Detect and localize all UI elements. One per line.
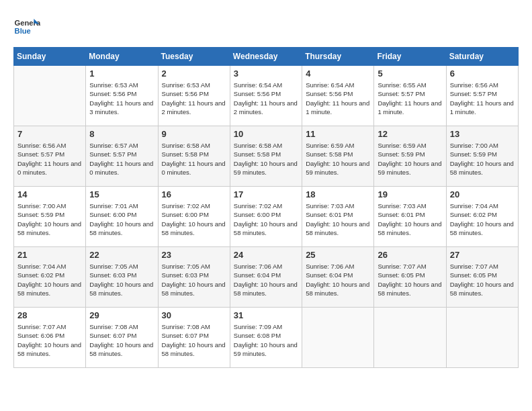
cell-info: Sunrise: 7:06 AMSunset: 6:04 PMDaylight:… [306, 262, 370, 298]
day-number: 22 [89, 250, 154, 260]
day-number: 23 [162, 250, 226, 260]
calendar-week-row: 14Sunrise: 7:00 AMSunset: 5:59 PMDayligh… [14, 187, 519, 247]
calendar-cell: 15Sunrise: 7:01 AMSunset: 6:00 PMDayligh… [86, 187, 158, 247]
calendar-week-row: 21Sunrise: 7:04 AMSunset: 6:02 PMDayligh… [14, 247, 519, 308]
cell-info: Sunrise: 7:06 AMSunset: 6:04 PMDaylight:… [234, 262, 298, 298]
calendar-cell: 30Sunrise: 7:08 AMSunset: 6:07 PMDayligh… [158, 308, 230, 368]
cell-info: Sunrise: 7:04 AMSunset: 6:02 PMDaylight:… [17, 262, 82, 298]
cell-info: Sunrise: 7:02 AMSunset: 6:00 PMDaylight:… [162, 201, 226, 237]
calendar-cell: 31Sunrise: 7:09 AMSunset: 6:08 PMDayligh… [230, 308, 302, 368]
calendar-cell: 20Sunrise: 7:04 AMSunset: 6:02 PMDayligh… [446, 187, 518, 247]
svg-text:Blue: Blue [15, 27, 31, 35]
day-header-monday: Monday [86, 48, 158, 66]
calendar-cell [374, 308, 446, 368]
calendar-cell: 26Sunrise: 7:07 AMSunset: 6:05 PMDayligh… [374, 247, 446, 308]
calendar-cell: 24Sunrise: 7:06 AMSunset: 6:04 PMDayligh… [230, 247, 302, 308]
day-number: 9 [162, 129, 226, 139]
calendar-cell [14, 66, 86, 126]
calendar-cell: 27Sunrise: 7:07 AMSunset: 6:05 PMDayligh… [446, 247, 518, 308]
calendar-cell [302, 308, 374, 368]
cell-info: Sunrise: 6:59 AMSunset: 5:59 PMDaylight:… [378, 141, 442, 177]
day-number: 20 [450, 189, 515, 199]
calendar-cell: 7Sunrise: 6:56 AMSunset: 5:57 PMDaylight… [14, 126, 86, 187]
day-number: 6 [450, 68, 515, 79]
cell-info: Sunrise: 7:02 AMSunset: 6:00 PMDaylight:… [234, 201, 298, 237]
cell-info: Sunrise: 7:01 AMSunset: 6:00 PMDaylight:… [89, 201, 154, 237]
day-header-friday: Friday [374, 48, 446, 66]
day-number: 10 [234, 129, 298, 139]
calendar-cell: 1Sunrise: 6:53 AMSunset: 5:56 PMDaylight… [86, 66, 158, 126]
calendar-week-row: 1Sunrise: 6:53 AMSunset: 5:56 PMDaylight… [14, 66, 519, 126]
calendar-cell: 29Sunrise: 7:08 AMSunset: 6:07 PMDayligh… [86, 308, 158, 368]
cell-info: Sunrise: 7:08 AMSunset: 6:07 PMDaylight:… [89, 322, 154, 358]
day-number: 13 [450, 129, 515, 139]
calendar-cell [446, 308, 518, 368]
day-header-sunday: Sunday [14, 48, 86, 66]
day-number: 4 [306, 68, 370, 79]
calendar-cell: 4Sunrise: 6:54 AMSunset: 5:56 PMDaylight… [302, 66, 374, 126]
day-number: 27 [450, 250, 515, 260]
cell-info: Sunrise: 6:55 AMSunset: 5:57 PMDaylight:… [378, 81, 442, 116]
cell-info: Sunrise: 7:08 AMSunset: 6:07 PMDaylight:… [162, 322, 226, 358]
day-header-tuesday: Tuesday [158, 48, 230, 66]
calendar-cell: 28Sunrise: 7:07 AMSunset: 6:06 PMDayligh… [14, 308, 86, 368]
calendar-cell: 8Sunrise: 6:57 AMSunset: 5:57 PMDaylight… [86, 126, 158, 187]
day-number: 5 [378, 68, 442, 79]
cell-info: Sunrise: 7:03 AMSunset: 6:01 PMDaylight:… [378, 201, 442, 237]
calendar-cell: 12Sunrise: 6:59 AMSunset: 5:59 PMDayligh… [374, 126, 446, 187]
cell-info: Sunrise: 6:54 AMSunset: 5:56 PMDaylight:… [234, 81, 298, 116]
calendar-cell: 2Sunrise: 6:53 AMSunset: 5:56 PMDaylight… [158, 66, 230, 126]
calendar-cell: 22Sunrise: 7:05 AMSunset: 6:03 PMDayligh… [86, 247, 158, 308]
cell-info: Sunrise: 6:58 AMSunset: 5:58 PMDaylight:… [234, 141, 298, 177]
day-number: 2 [162, 68, 226, 79]
day-number: 30 [162, 310, 226, 320]
cell-info: Sunrise: 7:04 AMSunset: 6:02 PMDaylight:… [450, 201, 515, 237]
day-number: 11 [306, 129, 370, 139]
day-number: 31 [234, 310, 298, 320]
day-number: 12 [378, 129, 442, 139]
day-number: 1 [89, 68, 154, 79]
cell-info: Sunrise: 6:56 AMSunset: 5:57 PMDaylight:… [17, 141, 82, 177]
cell-info: Sunrise: 6:53 AMSunset: 5:56 PMDaylight:… [89, 81, 154, 116]
calendar-cell: 11Sunrise: 6:59 AMSunset: 5:58 PMDayligh… [302, 126, 374, 187]
calendar-cell: 25Sunrise: 7:06 AMSunset: 6:04 PMDayligh… [302, 247, 374, 308]
calendar-cell: 17Sunrise: 7:02 AMSunset: 6:00 PMDayligh… [230, 187, 302, 247]
calendar-cell: 18Sunrise: 7:03 AMSunset: 6:01 PMDayligh… [302, 187, 374, 247]
day-number: 29 [89, 310, 154, 320]
cell-info: Sunrise: 6:59 AMSunset: 5:58 PMDaylight:… [306, 141, 370, 177]
calendar-cell: 5Sunrise: 6:55 AMSunset: 5:57 PMDaylight… [374, 66, 446, 126]
cell-info: Sunrise: 7:00 AMSunset: 5:59 PMDaylight:… [17, 201, 82, 237]
page-header: General Blue [13, 13, 519, 40]
day-number: 7 [17, 129, 82, 139]
day-header-thursday: Thursday [302, 48, 374, 66]
calendar-header-row: SundayMondayTuesdayWednesdayThursdayFrid… [14, 48, 519, 66]
logo: General Blue [13, 13, 43, 40]
day-header-wednesday: Wednesday [230, 48, 302, 66]
cell-info: Sunrise: 7:07 AMSunset: 6:06 PMDaylight:… [17, 322, 82, 358]
day-number: 14 [17, 189, 82, 199]
calendar-cell: 6Sunrise: 6:56 AMSunset: 5:57 PMDaylight… [446, 66, 518, 126]
cell-info: Sunrise: 7:05 AMSunset: 6:03 PMDaylight:… [89, 262, 154, 298]
calendar-week-row: 7Sunrise: 6:56 AMSunset: 5:57 PMDaylight… [14, 126, 519, 187]
calendar-cell: 14Sunrise: 7:00 AMSunset: 5:59 PMDayligh… [14, 187, 86, 247]
day-number: 8 [89, 129, 154, 139]
calendar-cell: 3Sunrise: 6:54 AMSunset: 5:56 PMDaylight… [230, 66, 302, 126]
day-number: 17 [234, 189, 298, 199]
calendar-cell: 23Sunrise: 7:05 AMSunset: 6:03 PMDayligh… [158, 247, 230, 308]
day-number: 24 [234, 250, 298, 260]
calendar-cell: 19Sunrise: 7:03 AMSunset: 6:01 PMDayligh… [374, 187, 446, 247]
day-number: 3 [234, 68, 298, 79]
cell-info: Sunrise: 7:09 AMSunset: 6:08 PMDaylight:… [234, 322, 298, 358]
cell-info: Sunrise: 7:05 AMSunset: 6:03 PMDaylight:… [162, 262, 226, 298]
calendar-cell: 9Sunrise: 6:58 AMSunset: 5:58 PMDaylight… [158, 126, 230, 187]
calendar-cell: 13Sunrise: 7:00 AMSunset: 5:59 PMDayligh… [446, 126, 518, 187]
day-number: 21 [17, 250, 82, 260]
day-number: 19 [378, 189, 442, 199]
day-number: 16 [162, 189, 226, 199]
day-number: 25 [306, 250, 370, 260]
cell-info: Sunrise: 7:07 AMSunset: 6:05 PMDaylight:… [378, 262, 442, 298]
day-number: 28 [17, 310, 82, 320]
day-number: 18 [306, 189, 370, 199]
day-number: 15 [89, 189, 154, 199]
cell-info: Sunrise: 6:57 AMSunset: 5:57 PMDaylight:… [89, 141, 154, 177]
